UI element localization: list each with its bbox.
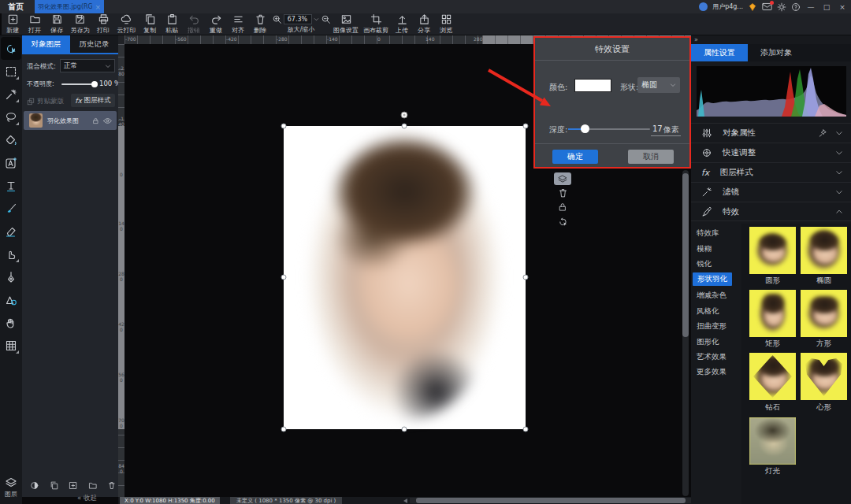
opacity-slider[interactable] <box>61 83 95 85</box>
section-effects[interactable]: 特效 <box>691 202 851 221</box>
layer-row[interactable]: 羽化效果图 <box>24 111 117 130</box>
selection-handle-w[interactable] <box>281 275 287 280</box>
delete-layer-icon[interactable] <box>107 480 117 491</box>
layer-style-button[interactable]: fx 图层样式 <box>71 94 115 107</box>
effect-thumb-heart[interactable] <box>801 353 847 400</box>
magic-wand-tool[interactable] <box>1 83 21 106</box>
ai-text-tool[interactable] <box>1 151 21 174</box>
lasso-tool[interactable] <box>1 106 21 128</box>
image-settings-button[interactable]: 图像设置 <box>331 13 361 35</box>
layer-lock-icon[interactable] <box>92 117 99 124</box>
zoom-out-icon[interactable] <box>321 14 331 24</box>
canvas-crop-button[interactable]: 画布裁剪 <box>361 13 391 35</box>
help-icon[interactable] <box>791 2 801 12</box>
opacity-slider-thumb[interactable] <box>91 81 98 87</box>
object-reset-button[interactable] <box>554 215 571 228</box>
canvas-image-object[interactable] <box>284 126 526 429</box>
object-layers-button[interactable] <box>554 172 571 185</box>
pen-tool[interactable] <box>1 265 21 288</box>
grid-tool[interactable] <box>1 334 21 357</box>
category-noise[interactable]: 增减杂色 <box>697 291 727 301</box>
redo-button[interactable]: 重做 <box>205 13 227 35</box>
add-layer-icon[interactable] <box>69 480 78 491</box>
rotate-handle[interactable] <box>401 112 408 119</box>
selection-handle-se[interactable] <box>523 427 529 432</box>
effect-thumb-diamond[interactable] <box>749 353 796 400</box>
category-sharpen[interactable]: 锐化 <box>697 259 712 269</box>
move-tool[interactable] <box>1 37 21 60</box>
shape-tool[interactable] <box>1 288 21 311</box>
category-more[interactable]: 更多效果 <box>697 367 727 377</box>
adjustment-icon[interactable] <box>30 480 39 491</box>
effect-thumb-ellipse[interactable] <box>801 227 847 274</box>
home-button[interactable]: 首页 <box>0 2 35 13</box>
selection-handle-nw[interactable] <box>281 124 287 129</box>
upload-button[interactable]: 上传 <box>391 13 413 35</box>
open-button[interactable]: 打开 <box>24 13 46 35</box>
copy-button[interactable]: 复制 <box>139 13 161 35</box>
window-maximize-button[interactable]: □ <box>821 3 832 11</box>
effect-thumb-light[interactable] <box>749 417 796 465</box>
save-as-button[interactable]: 另存为 <box>68 13 92 35</box>
category-pixelate[interactable]: 图形化 <box>697 337 719 347</box>
effect-thumb-circle[interactable] <box>749 227 796 274</box>
category-effect-library[interactable]: 特效库 <box>697 228 719 239</box>
tab-close-icon[interactable]: × <box>95 3 101 11</box>
blend-mode-select[interactable]: 正常 <box>60 59 115 72</box>
tab-history[interactable]: 历史记录 <box>70 35 118 53</box>
category-stylize[interactable]: 风格化 <box>697 306 719 317</box>
fill-tool[interactable] <box>1 128 21 151</box>
object-delete-button[interactable] <box>554 187 571 199</box>
save-button[interactable]: 保存 <box>46 13 68 35</box>
user-avatar[interactable] <box>699 2 708 11</box>
object-lock-button[interactable] <box>554 201 571 213</box>
text-tool[interactable] <box>1 174 21 197</box>
effect-thumb-square[interactable] <box>801 290 847 337</box>
section-quick-adjust[interactable]: 快速调整 <box>691 143 851 162</box>
document-tab[interactable]: 羽化效果图.jpg(RGB)* × <box>35 0 104 13</box>
cloud-print-button[interactable]: 云打印 <box>114 13 139 35</box>
eraser-tool[interactable] <box>1 220 21 243</box>
collapse-right-panel-button[interactable]: » <box>694 36 698 43</box>
selection-handle-n[interactable] <box>402 124 407 129</box>
user-name[interactable]: 用户p4g... <box>712 2 743 11</box>
layers-panel-toggle[interactable]: 图层 <box>0 476 22 498</box>
delete-button[interactable]: 删除 <box>249 13 271 35</box>
category-distort[interactable]: 扭曲变形 <box>697 321 727 332</box>
effect-thumb-rectangle[interactable] <box>749 290 796 337</box>
mail-button[interactable] <box>762 2 772 11</box>
align-button[interactable]: 对齐 <box>227 13 249 35</box>
pin-icon[interactable] <box>818 128 827 138</box>
layer-visibility-icon[interactable] <box>103 117 112 124</box>
window-close-button[interactable]: × <box>837 3 848 11</box>
new-file-button[interactable]: 新建 <box>2 13 24 35</box>
section-object-properties[interactable]: 对象属性 <box>691 123 851 143</box>
brush-tool[interactable] <box>1 197 21 220</box>
horizontal-scrollbar-thumb[interactable] <box>416 498 686 503</box>
tab-property-settings[interactable]: 属性设置 <box>691 44 748 61</box>
window-minimize-button[interactable]: — <box>805 3 816 11</box>
browse-button[interactable]: 浏览 <box>435 13 457 35</box>
zoom-in-icon[interactable] <box>272 14 282 24</box>
ok-button[interactable]: 确定 <box>552 150 598 164</box>
category-shape-feather[interactable]: 形状羽化 <box>693 272 732 286</box>
cancel-button[interactable]: 取消 <box>628 150 674 164</box>
chevron-down-icon[interactable] <box>314 17 319 22</box>
tab-add-object[interactable]: 添加对象 <box>748 44 805 61</box>
vertical-scrollbar-thumb[interactable] <box>682 173 689 337</box>
paste-button[interactable]: 粘贴 <box>161 13 183 35</box>
group-folder-icon[interactable] <box>88 480 98 491</box>
section-filters[interactable]: 滤镜 <box>691 182 851 202</box>
share-button[interactable]: 分享 <box>413 13 435 35</box>
smudge-tool[interactable] <box>1 243 21 265</box>
selection-handle-e[interactable] <box>523 275 529 280</box>
selection-handle-s[interactable] <box>402 427 407 432</box>
section-layer-style[interactable]: fx 图层样式 <box>691 162 851 182</box>
tab-object-layers[interactable]: 对象图层 <box>22 35 70 53</box>
undo-button[interactable]: 撤销 <box>183 13 205 35</box>
clip-mask-button[interactable]: 剪贴蒙版 <box>27 95 64 108</box>
depth-slider-thumb[interactable] <box>581 124 589 133</box>
vip-gem-icon[interactable] <box>748 2 757 12</box>
gear-icon[interactable] <box>777 2 786 12</box>
marquee-tool[interactable] <box>1 60 21 83</box>
